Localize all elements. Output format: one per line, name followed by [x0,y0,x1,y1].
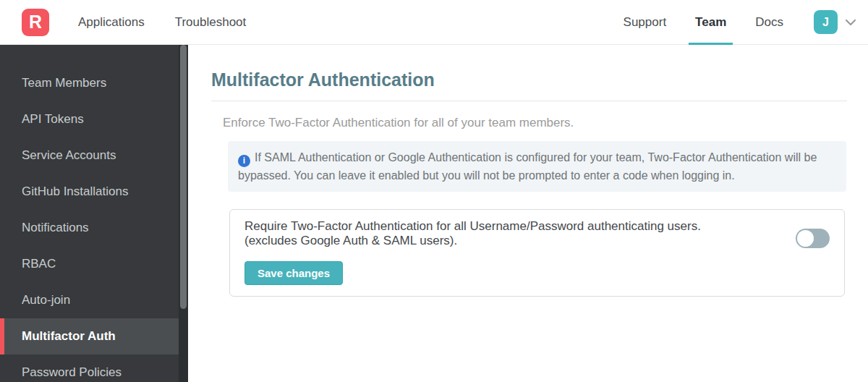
setting-label-line1: Require Two-Factor Authentication for al… [244,219,774,234]
page-title: Multifactor Authentication [211,69,846,90]
sidebar-item-auto-join[interactable]: Auto-join [0,282,188,318]
saml-info-note: iIf SAML Authentication or Google Authen… [228,141,846,192]
avatar: J [814,10,838,34]
page-description: Enforce Two-Factor Authentication for al… [223,114,846,132]
sidebar-item-rbac[interactable]: RBAC [0,246,188,282]
sidebar-scrollbar-thumb[interactable] [180,45,187,309]
info-note-text: If SAML Authentication or Google Authent… [238,151,817,182]
toggle-knob [797,230,814,247]
nav-item-team[interactable]: Team [695,0,726,45]
nav-left-group: Applications Troubleshoot [78,0,246,45]
nav-item-docs[interactable]: Docs [755,0,783,45]
sidebar-item-api-tokens[interactable]: API Tokens [0,101,188,137]
sidebar-item-notifications[interactable]: Notifications [0,210,188,246]
sidebar-item-team-members[interactable]: Team Members [0,65,188,101]
nav-item-troubleshoot[interactable]: Troubleshoot [175,0,247,45]
info-icon: i [238,155,250,167]
avatar-initial: J [822,16,829,29]
chevron-down-icon [845,19,856,26]
rollbar-logo[interactable]: R [22,9,49,36]
save-changes-button[interactable]: Save changes [244,261,343,285]
nav-item-support[interactable]: Support [624,0,667,45]
sidebar-item-multifactor-auth[interactable]: Multifactor Auth [0,318,188,355]
settings-sidebar: Team Members API Tokens Service Accounts… [0,45,188,382]
sidebar-item-service-accounts[interactable]: Service Accounts [0,137,188,174]
setting-label: Require Two-Factor Authentication for al… [244,219,796,248]
top-navbar: R Applications Troubleshoot Support Team… [0,0,868,45]
sidebar-scrollbar[interactable] [179,45,188,382]
sidebar-item-github-installations[interactable]: GitHub Installations [0,174,188,210]
main-content: Multifactor Authentication Enforce Two-F… [188,45,868,382]
two-factor-setting-card: Require Two-Factor Authentication for al… [229,209,845,297]
title-divider [211,101,847,101]
setting-label-line2: (excludes Google Auth & SAML users). [244,234,774,248]
nav-right-group: Support Team Docs J [624,0,856,45]
user-menu[interactable]: J [814,10,856,34]
logo-letter: R [29,12,42,33]
two-factor-toggle[interactable] [796,229,830,248]
sidebar-item-password-policies[interactable]: Password Policies [0,355,188,382]
nav-item-applications[interactable]: Applications [78,0,145,45]
